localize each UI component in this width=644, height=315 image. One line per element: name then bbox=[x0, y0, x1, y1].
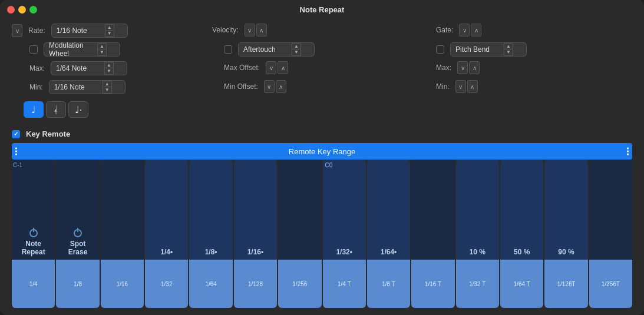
min-offset-up-btn[interactable]: ∧ bbox=[276, 80, 286, 93]
key-bottom-0: 1/4 bbox=[12, 260, 55, 308]
max-down-btn[interactable]: ▼ bbox=[104, 68, 114, 75]
range-handle-left[interactable] bbox=[15, 148, 17, 155]
piano-key-1[interactable]: Spot Erase1/8 bbox=[56, 160, 99, 308]
key-bottom-7: 1/4 T bbox=[323, 260, 366, 308]
piano-key-6[interactable]: 1/256 bbox=[278, 160, 321, 308]
aftertouch-dropdown[interactable]: Aftertouch ▲ ▼ bbox=[238, 42, 315, 57]
min-up-btn[interactable]: ▲ bbox=[103, 81, 112, 87]
key-bottom-5: 1/128 bbox=[234, 260, 277, 308]
key-main-label-5: 1/16• bbox=[247, 248, 264, 256]
aftertouch-row: Aftertouch ▲ ▼ bbox=[212, 42, 436, 57]
key-top-label-7: C0 bbox=[325, 162, 333, 168]
top-controls-row: ∨ Rate: 1/16 Note ▲ ▼ Velocity: bbox=[12, 24, 632, 38]
velocity-up-btn[interactable]: ∧ bbox=[256, 24, 267, 37]
key-bottom-13: 1/256T bbox=[589, 260, 632, 308]
mod-up-btn[interactable]: ▲ bbox=[97, 43, 107, 49]
piano-key-8[interactable]: 1/64•1/8 T bbox=[367, 160, 410, 308]
max-offset-down-btn[interactable]: ∨ bbox=[266, 61, 276, 74]
rate-up-btn[interactable]: ▲ bbox=[105, 24, 114, 31]
min-offset-stepper: ∨ ∧ bbox=[264, 80, 286, 93]
piano-key-5[interactable]: 1/16•1/128 bbox=[234, 160, 277, 308]
remote-key-range-bar[interactable]: Remote Key Range bbox=[12, 143, 632, 160]
min-offset-down-btn[interactable]: ∨ bbox=[264, 80, 275, 93]
min-rate-row: Min: 1/16 Note ▲ ▼ bbox=[12, 80, 212, 94]
min-gate-row: Min: ∨ ∧ bbox=[436, 80, 632, 93]
max-gate-label: Max: bbox=[436, 64, 451, 72]
rate-stepper[interactable]: ▲ ▼ bbox=[105, 24, 114, 37]
max-offset-up-btn[interactable]: ∧ bbox=[278, 61, 288, 74]
piano-key-0[interactable]: Note RepeatC-11/4 bbox=[12, 160, 55, 308]
min-gate-up-btn[interactable]: ∧ bbox=[467, 80, 478, 93]
min-dropdown[interactable]: 1/16 Note ▲ ▼ bbox=[49, 80, 126, 94]
aftertouch-stepper[interactable]: ▲ ▼ bbox=[292, 43, 301, 56]
rate-dropdown[interactable]: 1/16 Note ▲ ▼ bbox=[51, 24, 128, 38]
gate-down-btn[interactable]: ∨ bbox=[459, 24, 470, 37]
max-gate-down-btn[interactable]: ∨ bbox=[457, 61, 468, 74]
max-rate-row: Max: 1/64 Note ▲ ▼ bbox=[12, 61, 212, 75]
key-bottom-11: 1/64 T bbox=[500, 260, 543, 308]
minimize-button[interactable] bbox=[18, 6, 26, 14]
piano-key-10[interactable]: 10 %1/32 T bbox=[456, 160, 499, 308]
max-stepper[interactable]: ▲ ▼ bbox=[104, 62, 114, 75]
aftertouch-checkbox[interactable] bbox=[224, 45, 232, 54]
min-gate-down-btn[interactable]: ∨ bbox=[455, 80, 466, 93]
piano-area: Note RepeatC-11/4Spot Erase1/81/161/4•1/… bbox=[12, 160, 632, 308]
piano-key-13[interactable]: 1/256T bbox=[589, 160, 632, 308]
mod-dropdown[interactable]: Modulation Wheel ▲ ▼ bbox=[44, 42, 120, 57]
pitch-bend-stepper[interactable]: ▲ ▼ bbox=[504, 43, 513, 56]
key-main-label-4: 1/8• bbox=[205, 248, 217, 256]
mod-row: Modulation Wheel ▲ ▼ bbox=[12, 42, 212, 57]
aftertouch-down-btn[interactable]: ▼ bbox=[292, 49, 301, 56]
rate-label: Rate: bbox=[28, 26, 45, 35]
key-main-label-7: 1/32• bbox=[336, 248, 352, 256]
min-stepper[interactable]: ▲ ▼ bbox=[103, 81, 112, 94]
piano-key-11[interactable]: 50 %1/64 T bbox=[500, 160, 543, 308]
gate-up-btn[interactable]: ∧ bbox=[471, 24, 481, 37]
key-bottom-10: 1/32 T bbox=[456, 260, 499, 308]
max-right-col: Max: ∨ ∧ bbox=[436, 61, 632, 74]
max-gate-up-btn[interactable]: ∧ bbox=[469, 61, 480, 74]
mod-stepper[interactable]: ▲ ▼ bbox=[97, 43, 107, 56]
velocity-down-btn[interactable]: ∨ bbox=[245, 24, 255, 37]
key-main-label-1: Spot Erase bbox=[68, 240, 88, 256]
aftertouch-up-btn[interactable]: ▲ bbox=[292, 43, 301, 49]
max-offset-stepper: ∨ ∧ bbox=[266, 61, 288, 74]
note-dotted-btn[interactable]: ♩· bbox=[68, 101, 88, 118]
max-row-container: Max: 1/64 Note ▲ ▼ Max Offset: ∨ ∧ bbox=[12, 61, 632, 75]
min-value: 1/16 Note bbox=[54, 83, 85, 91]
piano-key-4[interactable]: 1/8•1/64 bbox=[189, 160, 232, 308]
mod-checkbox[interactable] bbox=[29, 45, 38, 54]
note-quarter-triplet-btn[interactable]: ♩T bbox=[46, 101, 66, 118]
max-dropdown[interactable]: 1/64 Note ▲ ▼ bbox=[51, 61, 127, 75]
min-down-btn[interactable]: ▼ bbox=[103, 87, 112, 94]
piano-key-9[interactable]: 1/16 T bbox=[411, 160, 454, 308]
key-remote-checkbox[interactable]: ✓ bbox=[12, 130, 20, 138]
key-bottom-3: 1/32 bbox=[145, 260, 188, 308]
max-up-btn[interactable]: ▲ bbox=[104, 62, 114, 68]
piano-key-7[interactable]: C01/32•1/4 T bbox=[323, 160, 366, 308]
maximize-button[interactable] bbox=[29, 6, 37, 14]
pitch-bend-up-btn[interactable]: ▲ bbox=[504, 43, 513, 49]
pitch-bend-dropdown[interactable]: Pitch Bend ▲ ▼ bbox=[450, 42, 527, 57]
key-main-label-12: 90 % bbox=[558, 248, 574, 256]
mod-down-btn[interactable]: ▼ bbox=[97, 49, 107, 56]
mod-col: Modulation Wheel ▲ ▼ bbox=[12, 42, 212, 57]
key-main-label-0: Note Repeat bbox=[22, 240, 45, 256]
note-quarter-btn[interactable]: ♩ bbox=[24, 101, 44, 118]
rate-down-btn[interactable]: ▼ bbox=[105, 31, 114, 37]
traffic-lights bbox=[7, 6, 37, 14]
piano-key-2[interactable]: 1/16 bbox=[101, 160, 144, 308]
min-right-col: Min: ∨ ∧ bbox=[436, 80, 632, 93]
pitch-bend-checkbox[interactable] bbox=[436, 45, 444, 54]
close-button[interactable] bbox=[7, 6, 15, 14]
pitch-bend-down-btn[interactable]: ▼ bbox=[504, 49, 513, 56]
rate-collapse-btn[interactable]: ∨ bbox=[12, 24, 22, 37]
piano-key-12[interactable]: 90 %1/128T bbox=[544, 160, 587, 308]
piano-key-3[interactable]: 1/4•1/32 bbox=[145, 160, 188, 308]
key-bottom-8: 1/8 T bbox=[367, 260, 410, 308]
range-handle-right[interactable] bbox=[627, 148, 629, 155]
key-main-label-10: 10 % bbox=[470, 248, 486, 256]
max-offset-col: Max Offset: ∨ ∧ bbox=[212, 61, 436, 74]
range-bar-label: Remote Key Range bbox=[289, 147, 355, 156]
velocity-row: Velocity: ∨ ∧ bbox=[212, 24, 436, 37]
